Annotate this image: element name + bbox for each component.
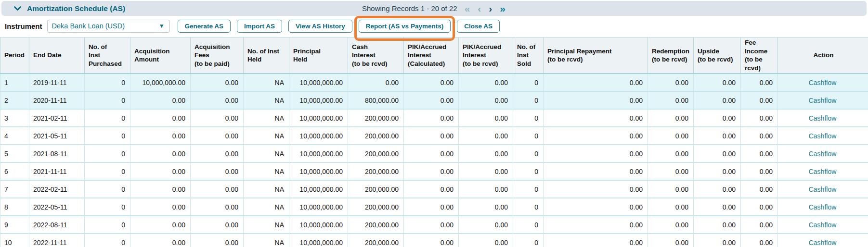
table-cell: 0.00: [459, 127, 513, 145]
last-page-button[interactable]: »: [499, 3, 506, 13]
table-cell: 0.00: [130, 162, 191, 180]
table-cell: 200,000.00: [348, 109, 404, 127]
table-cell: 0.00: [741, 180, 778, 198]
cashflow-link[interactable]: Cashflow: [809, 97, 837, 104]
table-cell: 0.00: [459, 109, 513, 127]
table-cell: NA: [244, 234, 289, 247]
cashflow-link[interactable]: Cashflow: [809, 168, 837, 175]
table-cell: 200,000.00: [348, 216, 404, 234]
import-as-button[interactable]: Import AS: [237, 20, 282, 33]
table-cell: 0: [513, 145, 544, 162]
table-body: 12019-11-11010,000,000.000.00NA10,000,00…: [0, 74, 868, 247]
table-cell: 2022-11-11: [29, 234, 85, 247]
cashflow-link[interactable]: Cashflow: [809, 132, 837, 140]
table-cell: 0.00: [459, 91, 513, 109]
table-cell: 0.00: [648, 109, 694, 127]
view-as-history-button[interactable]: View AS History: [288, 20, 352, 33]
table-cell: 0.00: [544, 234, 648, 247]
table-cell: 0.00: [459, 162, 513, 180]
generate-as-button[interactable]: Generate AS: [178, 20, 231, 33]
cashflow-link[interactable]: Cashflow: [809, 239, 837, 247]
table-cell: 0: [85, 216, 130, 234]
table-header: Period End Date No. of Inst Purchased Ac…: [0, 37, 868, 74]
table-cell: 0: [85, 198, 130, 216]
table-cell: 0.00: [130, 109, 191, 127]
table-cell: 0: [85, 109, 130, 127]
table-cell: 200,000.00: [348, 198, 404, 216]
first-page-button[interactable]: «: [464, 3, 471, 13]
table-cell: 0.00: [648, 127, 694, 145]
action-cell: Cashflow: [778, 127, 868, 145]
col-header-principal-held: Principal Held: [289, 37, 348, 74]
table-cell: NA: [244, 127, 289, 145]
table-cell: 0.00: [404, 234, 459, 247]
table-cell: 0.00: [459, 74, 513, 91]
action-cell: Cashflow: [778, 109, 868, 127]
instrument-select[interactable]: Deka Bank Loan (USD) ▼: [47, 20, 170, 33]
table-cell: 0.00: [191, 127, 244, 145]
table-cell: 0.00: [544, 145, 648, 162]
table-cell: 0.00: [648, 180, 694, 198]
table-cell: 0.00: [694, 234, 741, 247]
cashflow-link[interactable]: Cashflow: [809, 150, 837, 158]
table-cell: 8: [0, 198, 29, 216]
table-cell: 10,000,000.00: [289, 74, 348, 91]
col-header-no-inst-sold: No. of Inst Sold: [513, 37, 544, 74]
col-header-principal-repayment: Principal Repayment (to be rcvd): [544, 37, 648, 74]
toolbar: Instrument Deka Bank Loan (USD) ▼ Genera…: [5, 19, 868, 33]
table-cell: 0.00: [130, 180, 191, 198]
table-cell: 0: [85, 145, 130, 162]
table-row: 62021-11-1100.000.00NA10,000,000.00200,0…: [0, 162, 868, 180]
table-cell: 0.00: [694, 180, 741, 198]
table-cell: 0.00: [694, 74, 741, 91]
cashflow-link[interactable]: Cashflow: [809, 114, 837, 122]
action-cell: Cashflow: [778, 198, 868, 216]
cashflow-link[interactable]: Cashflow: [809, 221, 837, 229]
table-cell: 0.00: [544, 127, 648, 145]
table-cell: 10: [0, 234, 29, 247]
cashflow-link[interactable]: Cashflow: [809, 185, 837, 193]
table-row: 42021-05-1100.000.00NA10,000,000.00200,0…: [0, 127, 868, 145]
instrument-label: Instrument: [5, 22, 42, 30]
report-as-vs-payments-button[interactable]: Report (AS vs Payments): [359, 20, 451, 33]
action-cell: Cashflow: [778, 145, 868, 162]
table-cell: 0.00: [741, 91, 778, 109]
table-cell: 0.00: [544, 180, 648, 198]
table-cell: 9: [0, 216, 29, 234]
table-cell: 10,000,000.00: [289, 162, 348, 180]
table-cell: 0.00: [544, 91, 648, 109]
table-cell: 0: [513, 162, 544, 180]
table-cell: 0: [513, 234, 544, 247]
table-cell: NA: [244, 162, 289, 180]
table-cell: 0.00: [741, 127, 778, 145]
table-cell: 10,000,000.00: [289, 145, 348, 162]
table-cell: 10,000,000.00: [289, 216, 348, 234]
table-cell: 0.00: [694, 91, 741, 109]
close-as-button[interactable]: Close AS: [457, 20, 500, 33]
cashflow-link[interactable]: Cashflow: [809, 79, 837, 86]
col-header-redemption: Redemption (to be rcvd): [648, 37, 694, 74]
table-cell: 0.00: [544, 74, 648, 91]
table-cell: 0.00: [648, 162, 694, 180]
table-cell: 2022-02-11: [29, 180, 85, 198]
col-header-fee-income: Fee Income (to be rcvd): [741, 37, 778, 74]
next-page-button[interactable]: ›: [488, 3, 492, 13]
cashflow-link[interactable]: Cashflow: [809, 203, 837, 211]
table-cell: 2021-02-11: [29, 109, 85, 127]
table-cell: 2022-05-11: [29, 198, 85, 216]
table-row: 82022-05-1100.000.00NA10,000,000.00200,0…: [0, 198, 868, 216]
table-cell: 0.00: [741, 216, 778, 234]
table-cell: 200,000.00: [348, 145, 404, 162]
col-header-pik-accrued-calculated: PIK/Accrued Interest (Calculated): [404, 37, 459, 74]
prev-page-button[interactable]: ‹: [477, 3, 481, 13]
table-cell: 0.00: [544, 198, 648, 216]
action-cell: Cashflow: [778, 74, 868, 91]
table-cell: 0: [513, 127, 544, 145]
table-cell: 0.00: [191, 162, 244, 180]
chevron-down-icon[interactable]: [14, 6, 21, 11]
pagination: « ‹ › »: [464, 3, 506, 13]
action-cell: Cashflow: [778, 162, 868, 180]
table-cell: 0.00: [191, 234, 244, 247]
table-cell: 0.00: [648, 91, 694, 109]
table-cell: NA: [244, 198, 289, 216]
